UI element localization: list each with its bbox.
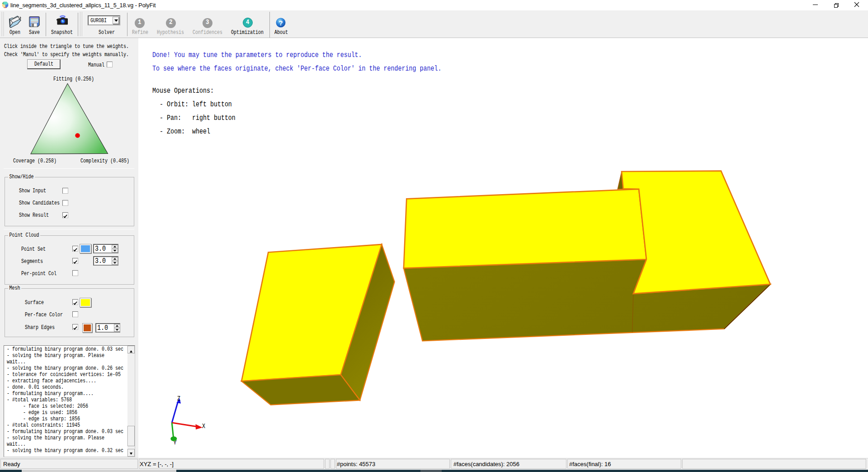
svg-text:?: ? [278,19,283,27]
